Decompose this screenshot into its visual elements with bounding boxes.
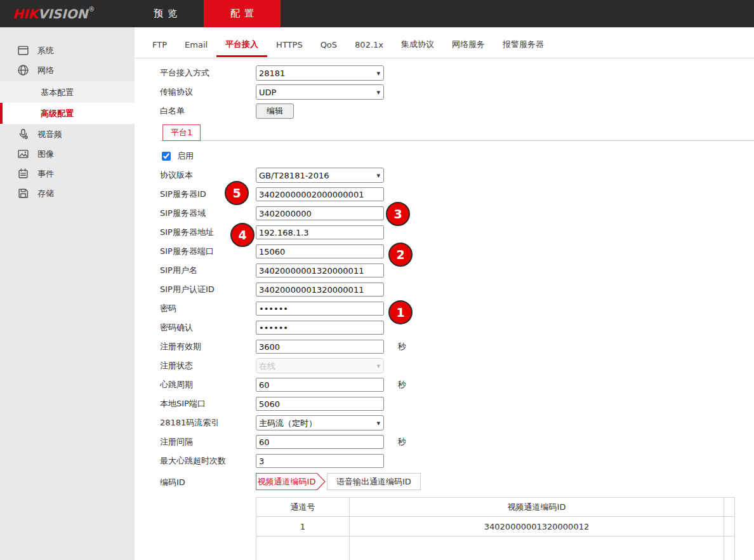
tab-platform-1[interactable]: 平台1 [162,124,201,141]
platform-access-mode-label: 平台接入方式 [160,67,256,79]
channel-number-cell: 1 [256,517,350,537]
sidebar-menu: 系统 网络 基本配置 高级配置 视音频 图像 [0,27,135,203]
form-row-register-validity: 注册有效期 秒 [135,337,754,356]
tab-platform-access[interactable]: 平台接入 [216,34,267,57]
protocol-version-label: 协议版本 [160,170,256,181]
platform-tab-section: 平台1 [160,124,754,141]
sidebar-item-basic-config[interactable]: 基本配置 [0,82,135,103]
sidebar-item-audio-video[interactable]: 视音频 [0,124,135,144]
transport-protocol-select-wrap: UDP ▾ [256,84,384,100]
protocol-version-select[interactable]: GB/T28181-2016 [256,168,384,183]
tab-audio-output-channel-encode-id[interactable]: 语音输出通道编码ID [327,473,421,490]
register-status-select-wrap: 在线 ▾ [256,358,384,373]
sidebar-item-label: 事件 [37,168,54,180]
register-validity-input[interactable] [256,340,384,354]
system-icon [17,44,29,57]
sidebar-item-label: 高级配置 [41,108,74,119]
transport-protocol-select[interactable]: UDP [256,84,384,100]
sidebar-item-label: 基本配置 [41,87,74,98]
sip-server-domain-input[interactable] [256,206,384,220]
password-label: 密码 [160,303,256,314]
nav-tab-preview[interactable]: 预览 [127,0,204,27]
sidebar-item-system[interactable]: 系统 [0,41,135,60]
platform-access-form: 平台接入方式 28181 ▾ 传输协议 UDP ▾ 白名单 编辑 平台1 启用 … [135,58,754,560]
form-row-sip-server-address: SIP服务器地址 [135,223,754,242]
password-confirm-input[interactable] [256,321,384,335]
whitelist-label: 白名单 [160,105,256,117]
form-row-sip-server-port: SIP服务器端口 [135,242,754,261]
tab-8021x[interactable]: 802.1x [346,34,392,57]
network-icon [17,64,29,76]
form-row-protocol-version: 协议版本 GB/T28181-2016 ▾ [135,166,754,185]
tab-https[interactable]: HTTPS [267,34,312,57]
sidebar-item-event[interactable]: 事件 [0,164,135,183]
platform-access-mode-select[interactable]: 28181 [256,65,384,81]
table-row[interactable] [256,537,735,560]
topbar: HIKVISION® 预览 配置 [0,0,754,27]
tab-video-channel-encode-id[interactable]: 视频通道编码ID [256,473,326,490]
tab-network-service[interactable]: 网络服务 [443,34,494,57]
stream-index-label: 28181码流索引 [160,417,256,429]
tab-alarm-server[interactable]: 报警服务器 [494,34,553,57]
sidebar-item-label: 存储 [37,188,54,199]
table-col-spacer [724,498,735,517]
password-confirm-label: 密码确认 [160,322,256,333]
sip-server-id-input[interactable] [256,187,384,201]
enable-label: 启用 [177,150,194,162]
enable-row: 启用 [135,147,754,166]
heartbeat-interval-label: 心跳周期 [160,379,256,390]
settings-tabbar: FTP Email 平台接入 HTTPS QoS 802.1x 集成协议 网络服… [135,27,754,58]
sidebar-item-network[interactable]: 网络 [0,60,135,80]
password-input[interactable] [256,302,384,316]
register-status-label: 注册状态 [160,360,256,371]
register-interval-label: 注册间隔 [160,436,256,448]
seconds-unit: 秒 [398,436,406,448]
sidebar-item-advanced-config[interactable]: 高级配置 [0,103,135,124]
sip-server-address-input[interactable] [256,225,384,239]
sidebar-item-label: 系统 [37,45,54,57]
sidebar-item-label: 图像 [37,149,54,160]
form-row-whitelist: 白名单 编辑 [135,102,754,121]
whitelist-edit-button[interactable]: 编辑 [256,103,294,119]
transport-protocol-label: 传输协议 [160,86,256,98]
sidebar-item-label: 网络 [37,65,54,76]
stream-index-select[interactable]: 主码流（定时） [256,415,384,430]
tab-ftp[interactable]: FTP [143,34,176,57]
tab-label: 视频通道编码ID [256,473,317,490]
tab-email[interactable]: Email [176,34,216,57]
table-row[interactable]: 1 34020000001320000012 [256,517,735,537]
sip-server-port-input[interactable] [256,244,384,258]
platform-access-mode-select-wrap: 28181 ▾ [256,65,384,81]
sip-username-input[interactable] [256,263,384,277]
max-heartbeat-timeout-label: 最大心跳超时次数 [160,455,256,467]
local-sip-port-input[interactable] [256,397,384,411]
form-row-heartbeat-interval: 心跳周期 秒 [135,375,754,394]
audio-video-icon [17,128,29,140]
event-icon [17,168,29,180]
sip-auth-id-input[interactable] [256,283,384,297]
sidebar: 系统 网络 基本配置 高级配置 视音频 图像 [0,27,135,560]
nav-tab-configuration[interactable]: 配置 [204,0,281,27]
main-content: FTP Email 平台接入 HTTPS QoS 802.1x 集成协议 网络服… [135,27,754,560]
enable-checkbox[interactable] [162,152,171,161]
sidebar-item-storage[interactable]: 存储 [0,183,135,203]
network-submenu: 基本配置 高级配置 [0,81,135,124]
seconds-unit: 秒 [398,341,406,352]
encoding-id-tabs: 视频通道编码ID 语音输出通道编码ID [256,473,421,490]
sip-server-domain-label: SIP服务器域 [160,208,256,219]
max-heartbeat-timeout-input[interactable] [256,454,384,468]
form-row-register-status: 注册状态 在线 ▾ [135,356,754,375]
sidebar-item-image[interactable]: 图像 [0,144,135,164]
form-row-sip-server-domain: SIP服务器域 [135,204,754,223]
tab-qos[interactable]: QoS [312,34,346,57]
top-navigation: 预览 配置 [127,0,281,27]
encode-id-cell [350,537,724,560]
heartbeat-interval-input[interactable] [256,378,384,392]
logo-vision: VISION [38,6,88,22]
annotation-badge-5: 5 [225,181,249,205]
encoding-id-row: 编码ID 视频通道编码ID 语音输出通道编码ID [135,473,754,490]
tab-integration-protocol[interactable]: 集成协议 [392,34,443,57]
form-row-sip-username: SIP用户名 [135,261,754,280]
register-interval-input[interactable] [256,435,384,449]
form-row-local-sip-port: 本地SIP端口 [135,394,754,413]
